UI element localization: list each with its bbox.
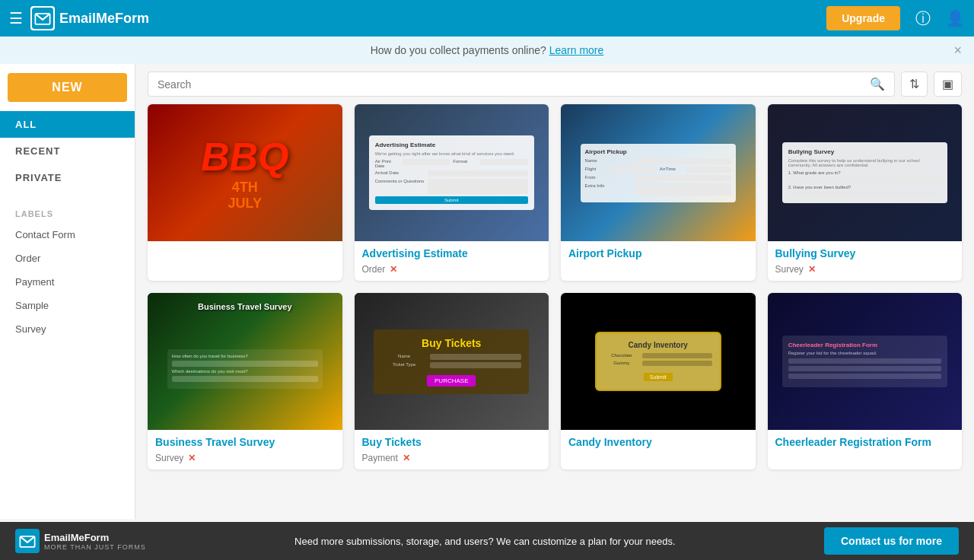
sidebar-label-sample[interactable]: Sample [0, 294, 135, 317]
form-card-buy-tickets[interactable]: Buy Tickets Name Ticket Type PURCHASE [355, 293, 549, 469]
form-card-title-candy: Candy Inventory [568, 436, 748, 448]
bullying-thumb-inner: Bullying Survey Complete this survey to … [782, 142, 947, 203]
form-thumb-adv: Advertising Estimate We're getting you r… [355, 104, 549, 241]
candy-title: Candy Inventory [604, 341, 712, 349]
bottom-logo-sub: MORE THAN JUST FORMS [44, 543, 146, 551]
search-input[interactable] [158, 78, 870, 91]
sidebar-nav: ALL RECENT PRIVATE [0, 111, 135, 199]
bbq-thumb-content: BBQ 4THJULY [201, 134, 289, 212]
form-card-tags-bullying: Survey ✕ [775, 264, 955, 275]
logo-text: EmailMeForm [59, 11, 149, 27]
cheer-desc: Register your kid for the cheerleader sq… [788, 351, 941, 355]
tag-survey-travel: Survey [155, 453, 183, 463]
tickets-title: Buy Tickets [381, 337, 521, 349]
new-button[interactable]: NEW [8, 73, 127, 102]
content-area: 🔍 ⇅ ▣ BBQ 4THJULY [135, 64, 974, 519]
form-card-body-airport: Airport Pickup [561, 241, 756, 270]
adv-row-1: Air Print Date Format [375, 159, 528, 168]
candy-row-1: Chocolate [604, 353, 712, 358]
tag-payment-tickets: Payment [362, 453, 398, 463]
airport-row-4: Extra Info [585, 183, 731, 196]
bullying-mock-title: Bullying Survey [788, 148, 941, 155]
bottom-logo-icon [15, 529, 40, 553]
topbar: ☰ EmailMeForm Upgrade ⓘ 👤 [0, 0, 974, 37]
sidebar-label-survey[interactable]: Survey [0, 317, 135, 341]
tag-order-remove[interactable]: ✕ [390, 264, 397, 275]
banner-close-icon[interactable]: × [953, 43, 962, 59]
content-toolbar: 🔍 ⇅ ▣ [135, 64, 974, 104]
forms-grid: BBQ 4THJULY Advertising Estimate We're g… [135, 104, 974, 482]
airport-thumb-inner: Airport Pickup Name Flight ArrTime [581, 144, 736, 202]
search-icon: 🔍 [870, 77, 885, 91]
bottom-message: Need more submissions, storage, and user… [158, 536, 812, 547]
candy-row-2: Gummy [604, 361, 712, 366]
grid-view-button[interactable]: ▣ [934, 72, 962, 97]
travel-title-overlay: Business Travel Survey [148, 302, 342, 311]
form-card-bullying-survey[interactable]: Bullying Survey Complete this survey to … [768, 104, 963, 281]
contact-us-button[interactable]: Contact us for more [824, 527, 959, 555]
form-card-body-bullying: Bullying Survey Survey ✕ [768, 241, 963, 281]
menu-icon[interactable]: ☰ [9, 9, 23, 27]
form-card-business-travel[interactable]: Business Travel Survey How often do you … [148, 293, 342, 469]
candy-submit-btn: Submit [644, 373, 673, 381]
tag-payment-tickets-remove[interactable]: ✕ [403, 453, 410, 463]
form-card-body-candy: Candy Inventory [561, 430, 756, 459]
tickets-inner: Buy Tickets Name Ticket Type PURCHASE [374, 329, 529, 394]
bullying-mock-desc: Complete this survey to help us understa… [788, 158, 941, 167]
form-card-tags-adv: Order ✕ [362, 264, 542, 275]
candy-inner: Candy Inventory Chocolate Gummy Submit [595, 332, 721, 391]
form-card-tags-tickets: Payment ✕ [362, 453, 542, 463]
bottom-bar: EmailMeForm MORE THAN JUST FORMS Need mo… [0, 522, 974, 560]
form-card-advertising-estimate[interactable]: Advertising Estimate We're getting you r… [355, 104, 549, 281]
sidebar: NEW ALL RECENT PRIVATE LABELS Contact Fo… [0, 64, 135, 519]
logo: EmailMeForm [30, 6, 149, 30]
airport-row-3: From [585, 175, 731, 181]
form-card-candy-inventory[interactable]: Candy Inventory Chocolate Gummy Submit [561, 293, 756, 469]
form-card-title-tickets: Buy Tickets [362, 436, 542, 448]
travel-q2: Which destinations do you visit most? [172, 369, 318, 374]
travel-q1: How often do you travel for business? [172, 354, 318, 358]
sidebar-label-order[interactable]: Order [0, 247, 135, 270]
form-card-bbq[interactable]: BBQ 4THJULY [148, 104, 342, 281]
user-icon[interactable]: 👤 [946, 9, 965, 27]
help-icon[interactable]: ⓘ [915, 8, 931, 29]
form-card-airport-pickup[interactable]: Airport Pickup Name Flight ArrTime [561, 104, 756, 281]
airport-row-2: Flight ArrTime [585, 167, 731, 173]
form-card-cheerleader[interactable]: Cheerleader Registration Form Register y… [768, 293, 963, 469]
tickets-bg: Buy Tickets Name Ticket Type PURCHASE [355, 293, 549, 430]
sort-view-button[interactable]: ⇅ [901, 72, 928, 97]
sidebar-item-all[interactable]: ALL [0, 111, 135, 138]
logo-icon [30, 6, 55, 30]
form-thumb-cheer: Cheerleader Registration Form Register y… [768, 293, 963, 430]
labels-section-title: LABELS [0, 199, 135, 223]
adv-mock-title: Advertising Estimate [375, 142, 528, 148]
tag-order: Order [362, 264, 386, 275]
form-card-title-adv: Advertising Estimate [362, 247, 542, 259]
sidebar-item-recent[interactable]: RECENT [0, 138, 135, 164]
sidebar-label-payment[interactable]: Payment [0, 270, 135, 294]
form-card-body-tickets: Buy Tickets Payment ✕ [355, 430, 549, 469]
form-thumb-tickets: Buy Tickets Name Ticket Type PURCHASE [355, 293, 549, 430]
banner: How do you collect payments online? Lear… [0, 37, 974, 64]
upgrade-button[interactable]: Upgrade [826, 6, 900, 30]
form-thumb-travel: Business Travel Survey How often do you … [148, 293, 342, 430]
sidebar-item-private[interactable]: PRIVATE [0, 164, 135, 191]
bottom-logo-name: EmailMeForm [44, 532, 146, 543]
sidebar-label-contact-form[interactable]: Contact Form [0, 223, 135, 247]
adv-submit-btn: Submit [375, 196, 528, 204]
tag-survey-bullying: Survey [775, 264, 804, 275]
form-card-body-travel: Business Travel Survey Survey ✕ [148, 430, 342, 469]
bullying-q2: 2. Have you ever been bullied? [788, 185, 941, 189]
form-card-body-adv: Advertising Estimate Order ✕ [355, 241, 549, 281]
adv-row-3: Comments or Questions [375, 179, 528, 194]
bullying-q1: 1. What grade are you in? [788, 170, 941, 175]
tickets-row-2: Ticket Type [381, 362, 521, 368]
adv-mock-subtitle: We're getting you right after we know wh… [375, 151, 528, 156]
travel-inner: How often do you travel for business? Wh… [167, 349, 323, 389]
banner-link[interactable]: Learn more [549, 44, 604, 56]
bottom-logo-text-group: EmailMeForm MORE THAN JUST FORMS [44, 532, 146, 551]
tag-survey-travel-remove[interactable]: ✕ [188, 453, 196, 463]
tickets-row-1: Name [381, 354, 521, 360]
tag-survey-bullying-remove[interactable]: ✕ [808, 264, 816, 275]
cheer-title: Cheerleader Registration Form [788, 342, 941, 348]
